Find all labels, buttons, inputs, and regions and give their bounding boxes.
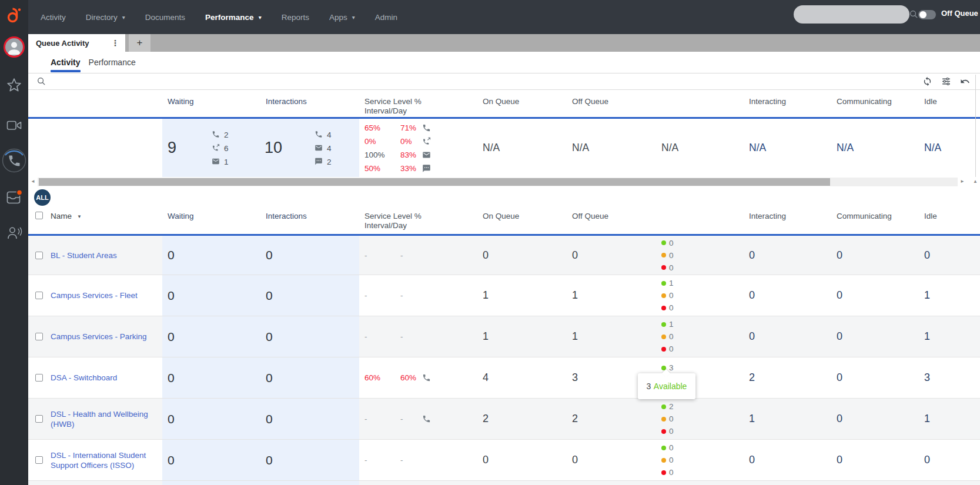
summary-header: Waiting Interactions Service Level %Inte… (28, 90, 980, 117)
row-checkbox[interactable] (35, 292, 43, 299)
presence-count: 0 (661, 237, 674, 249)
orange-dot-icon (661, 417, 666, 422)
nav-directory[interactable]: Directory▾ (86, 13, 125, 22)
orange-dot-icon (661, 253, 666, 257)
service-level-cell: -- (359, 275, 466, 316)
table-filter-input[interactable] (46, 77, 922, 86)
calls-button[interactable] (0, 148, 28, 173)
on-queue-cell: 4 (466, 357, 556, 398)
filter-badge-all[interactable]: ALL (34, 189, 51, 206)
phone-icon (422, 373, 431, 382)
presence-cell: 100 (645, 275, 744, 316)
sort-caret-icon[interactable]: ▼ (77, 212, 82, 219)
queue-name-link[interactable]: Campus Services - Parking (51, 332, 147, 342)
nav-reports[interactable]: Reports (282, 13, 309, 22)
service-level-cell: 60%60% (359, 357, 466, 398)
presence-count: 0 (661, 262, 674, 274)
scroll-left-arrow-icon[interactable]: ◄ (28, 177, 38, 186)
column-settings-sliders-icon[interactable] (941, 76, 951, 86)
col-waiting: Waiting (162, 90, 261, 117)
row-checkbox[interactable] (35, 415, 43, 423)
col-interacting[interactable]: Interacting (744, 207, 832, 234)
presence-count: 0 (661, 441, 674, 454)
nav-apps[interactable]: Apps▾ (329, 13, 355, 22)
favorites-button[interactable] (0, 77, 28, 93)
off-queue-cell: 2 (556, 399, 645, 439)
queue-name-link[interactable]: BL - Student Areas (51, 250, 117, 260)
on-queue-cell: 0 (466, 440, 556, 480)
off-queue-toggle[interactable] (918, 10, 936, 19)
col-on-queue[interactable]: On Queue (466, 207, 556, 234)
nav-admin[interactable]: Admin (375, 13, 397, 22)
col-idle: Idle (920, 90, 980, 117)
idle-cell: 1 (920, 316, 980, 357)
phone-icon (422, 123, 431, 132)
genesys-logo-icon[interactable] (5, 6, 23, 24)
row-checkbox[interactable] (35, 456, 43, 464)
profile-avatar[interactable] (0, 38, 28, 56)
queue-name-link[interactable]: DSL - Health and Wellbeing (HWB) (51, 409, 148, 429)
queue-name-link[interactable]: Campus Services - Fleet (51, 290, 138, 300)
scrollbar-track[interactable] (38, 178, 958, 186)
nav-documents[interactable]: Documents (145, 13, 185, 22)
col-off-queue[interactable]: Off Queue (556, 207, 645, 234)
on-queue-cell: 0 (466, 236, 556, 275)
vertical-scrollbar-track[interactable] (975, 75, 976, 177)
people-icon (6, 225, 22, 241)
queue-name-link[interactable]: DSL - International Student Support Offi… (51, 450, 148, 470)
queue-name-link[interactable]: DSA - Switchboard (51, 373, 117, 383)
col-name[interactable]: Name (51, 212, 72, 220)
notification-dot-icon (16, 190, 22, 195)
interactions-total: 10 (265, 139, 282, 157)
row-checkbox[interactable] (35, 333, 43, 340)
interacting-cell: 0 (744, 275, 832, 316)
presence-count: 0 (661, 425, 674, 437)
interactions-button[interactable] (0, 189, 28, 205)
row-checkbox[interactable] (35, 252, 43, 259)
view-subtabs: Activity Performance (28, 52, 980, 73)
agents-button[interactable] (0, 225, 28, 241)
video-camera-icon (6, 119, 22, 132)
inbox-icon (6, 189, 22, 205)
presence-count: 0 (661, 454, 674, 466)
tab-menu-kebab-icon[interactable]: ⋮ (105, 38, 125, 48)
waiting-cell: 0 (162, 399, 261, 439)
nav-performance[interactable]: Performance▾ (205, 13, 262, 22)
new-tab-button[interactable]: + (129, 34, 150, 52)
subtab-activity[interactable]: Activity (46, 52, 85, 73)
subtab-performance[interactable]: Performance (85, 52, 140, 73)
presence-count: 0 (661, 289, 674, 302)
scroll-up-arrow-icon[interactable]: ▲ (971, 177, 980, 186)
green-dot-icon (661, 322, 666, 327)
scroll-right-arrow-icon[interactable]: ► (958, 177, 967, 186)
idle-cell: 3 (920, 357, 980, 398)
communicating-cell: 0 (832, 440, 920, 480)
plus-icon: + (137, 37, 143, 49)
scrollbar-thumb[interactable] (39, 178, 830, 186)
tab-queue-activity[interactable]: Queue Activity ⋮ (28, 34, 125, 52)
refresh-icon[interactable] (922, 76, 932, 86)
global-search-input[interactable] (794, 10, 909, 19)
col-waiting[interactable]: Waiting (162, 207, 261, 234)
nav-activity[interactable]: Activity (41, 13, 66, 22)
undo-icon[interactable] (960, 76, 970, 86)
waiting-cell: 0 (162, 357, 261, 398)
col-service-level[interactable]: Service Level %Interval/Day (359, 207, 466, 234)
interactions-cell: 0 (261, 236, 359, 275)
row-checkbox[interactable] (35, 374, 43, 382)
col-communicating[interactable]: Communicating (832, 207, 920, 234)
select-all-checkbox[interactable] (35, 212, 43, 219)
table-row: DSA - Switchboard 0 0 60%60% 4 3 33 Avai… (28, 357, 980, 399)
summary-presence: N/A (645, 119, 744, 177)
service-level-cell: -- (359, 236, 466, 275)
video-button[interactable] (0, 119, 28, 132)
table-header: Name ▼ Waiting Interactions Service Leve… (28, 207, 980, 234)
col-interactions[interactable]: Interactions (261, 207, 359, 234)
presence-count: 0 (661, 343, 674, 355)
service-level-cell: -- (359, 440, 466, 480)
callback-icon (212, 144, 220, 152)
col-idle[interactable]: Idle (920, 207, 980, 234)
horizontal-scrollbar[interactable]: ◄ ► ▲ (28, 177, 980, 186)
table-row: DSL - Health and Wellbeing (HWB) 0 0 -- … (28, 399, 980, 440)
col-service-level: Service Level %Interval/Day (359, 90, 466, 117)
